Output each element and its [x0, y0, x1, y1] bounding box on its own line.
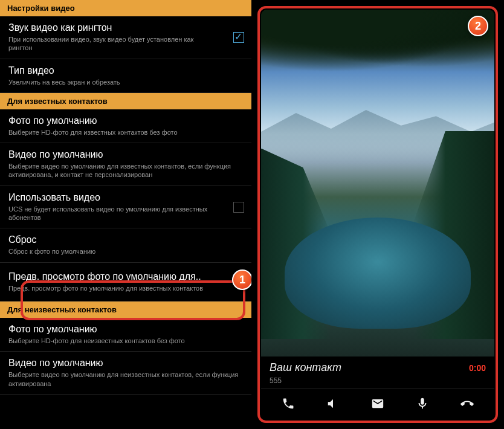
contact-number: 555: [270, 376, 486, 385]
dialpad-icon[interactable]: [280, 395, 297, 412]
setting-known-video[interactable]: Видео по умолчанию Выберите видео по умо…: [0, 143, 251, 186]
settings-panel: Настройки видео Звук видео как рингтон П…: [0, 0, 251, 429]
checkbox-ringtone[interactable]: [233, 32, 244, 43]
contact-name: Ваш контакт: [270, 361, 341, 374]
section-header-known: Для известных контактов: [0, 93, 251, 109]
setting-use-video[interactable]: Использовать видео UCS не будет использо…: [0, 186, 251, 229]
call-toolbar: [261, 389, 494, 419]
section-header-video: Настройки видео: [0, 0, 251, 16]
setting-ringtone[interactable]: Звук видео как рингтон При использовании…: [0, 16, 251, 59]
annotation-badge-1: 1: [232, 269, 251, 290]
hangup-icon[interactable]: [459, 395, 476, 412]
message-icon[interactable]: [369, 395, 386, 412]
setting-desc: Выберите видео по умолчанию для неизвест…: [8, 370, 243, 388]
setting-desc: UCS не будет использовать видео по умолч…: [8, 205, 214, 222]
annotation-badge-2: 2: [468, 16, 488, 36]
setting-reset[interactable]: Сброс Сброс к фото по умолчанию: [0, 228, 251, 262]
setting-title: Сброс: [8, 234, 243, 245]
setting-unknown-video[interactable]: Видео по умолчанию Выберите видео по умо…: [0, 352, 251, 395]
setting-title: Использовать видео: [8, 192, 243, 203]
setting-desc: При использовании видео, звук видео буде…: [8, 35, 214, 53]
setting-desc: Выберите видео по умолчанию для известны…: [8, 162, 243, 179]
checkbox-usevideo[interactable]: [233, 202, 244, 213]
call-timer: 0:00: [469, 363, 486, 373]
preview-panel: Ваш контакт 0:00 555: [251, 0, 504, 429]
preview-container: Ваш контакт 0:00 555: [257, 6, 498, 423]
setting-known-photo[interactable]: Фото по умолчанию Выберите HD-фото для и…: [0, 109, 251, 143]
setting-title: Тип видео: [8, 65, 243, 76]
contact-photo: [261, 10, 494, 356]
setting-desc: Выберите HD-фото для неизвестных контакт…: [8, 337, 243, 345]
setting-title: Видео по умолчанию: [8, 358, 243, 369]
setting-title: Звук видео как рингтон: [8, 22, 243, 33]
speaker-icon[interactable]: [325, 395, 341, 412]
mic-icon[interactable]: [414, 395, 431, 412]
setting-title: Видео по умолчанию: [8, 149, 243, 160]
setting-desc: Сброс к фото по умолчанию: [8, 247, 243, 256]
annotation-highlight-1: [21, 280, 245, 320]
setting-title: Фото по умолчанию: [8, 324, 243, 335]
setting-video-type[interactable]: Тип видео Увеличить на весь экран и обре…: [0, 59, 251, 93]
setting-desc: Увеличить на весь экран и обрезать: [8, 78, 243, 86]
setting-title: Фото по умолчанию: [8, 115, 243, 126]
call-info: Ваш контакт 0:00 555: [261, 356, 494, 389]
setting-desc: Выберите HD-фото для известных контактов…: [8, 128, 243, 137]
app-root: Настройки видео Звук видео как рингтон П…: [0, 0, 504, 429]
call-preview: Ваш контакт 0:00 555: [261, 10, 494, 419]
setting-unknown-photo[interactable]: Фото по умолчанию Выберите HD-фото для н…: [0, 318, 251, 352]
